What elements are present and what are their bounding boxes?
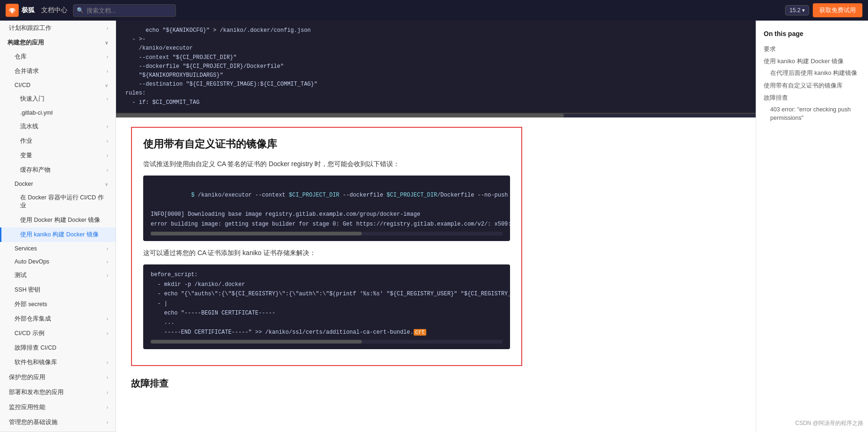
sidebar-item-label: 故障排查 CI/CD bbox=[15, 344, 57, 352]
sidebar-item-label: 仓库 bbox=[15, 53, 27, 61]
search-icon: 🔍 bbox=[77, 7, 84, 14]
toc-item-proxy[interactable]: 在代理后面使用 kaniko 构建镜像 bbox=[764, 67, 861, 80]
sidebar-item-label: 部署和发布您的应用 bbox=[9, 388, 64, 396]
sidebar-item-label: 保护您的应用 bbox=[9, 373, 45, 381]
top-scrollbar[interactable] bbox=[116, 114, 756, 117]
sidebar-item-cache[interactable]: 缓存和产物 › bbox=[0, 163, 116, 177]
terminal-2-scrollbar-thumb bbox=[151, 340, 362, 344]
terminal-line: error building image: getting stage buil… bbox=[151, 220, 503, 229]
sidebar-item-pipeline[interactable]: 流水线 › bbox=[0, 119, 116, 134]
free-trial-button[interactable]: 获取免费试用 bbox=[813, 3, 862, 17]
version-selector[interactable]: 15.2 ▾ bbox=[785, 5, 809, 15]
chevron-down-icon: ∨ bbox=[105, 83, 108, 88]
sidebar-item-label: .gitlab-ci.yml bbox=[20, 110, 52, 116]
sidebar-item-external-secrets[interactable]: 外部 secrets bbox=[0, 297, 116, 312]
terminal-2-scrollbar[interactable] bbox=[151, 340, 503, 344]
chevron-right-icon: › bbox=[107, 331, 108, 336]
sidebar-item-docker[interactable]: Docker ∨ bbox=[0, 177, 116, 190]
sidebar-item-label: 使用 kaniko 构建 Docker 镜像 bbox=[20, 231, 99, 239]
code-line: rules: bbox=[125, 89, 746, 98]
chevron-right-icon: › bbox=[107, 259, 108, 264]
chevron-right-icon: › bbox=[107, 273, 108, 278]
toc-item-403-error[interactable]: 403 error: "error checking push permissi… bbox=[764, 104, 861, 124]
search-input[interactable] bbox=[73, 4, 176, 17]
sidebar-item-protect[interactable]: 保护您的应用 › bbox=[0, 370, 116, 385]
chevron-right-icon: › bbox=[107, 26, 108, 31]
sidebar-item-kaniko[interactable]: 使用 kaniko 构建 Docker 镜像 bbox=[0, 227, 116, 242]
custom-cert-section: 使用带有自定义证书的镜像库 尝试推送到使用由自定义 CA 签名的证书的 Dock… bbox=[131, 127, 522, 366]
sidebar-item-label: 变量 bbox=[20, 152, 32, 160]
terminal-line: $ /kaniko/executor --context $CI_PROJECT… bbox=[151, 181, 503, 210]
toc-item-requirements[interactable]: 要求 bbox=[764, 43, 861, 55]
sidebar-item-plan[interactable]: 计划和跟踪工作 › bbox=[0, 21, 116, 36]
code-line: echo "${KANIKOCFG}" > /kaniko/.docker/co… bbox=[125, 26, 746, 35]
toc-item-troubleshoot[interactable]: 故障排查 bbox=[764, 92, 861, 104]
top-code-block: echo "${KANIKOCFG}" > /kaniko/.docker/co… bbox=[116, 21, 756, 114]
navbar: 极狐 文档中心 🔍 15.2 ▾ 获取免费试用 bbox=[0, 0, 868, 21]
sidebar-item-cicd[interactable]: CI/CD ∨ bbox=[0, 79, 116, 92]
sidebar-item-label: 外部 secrets bbox=[15, 300, 47, 308]
sidebar-item-mr[interactable]: 合并请求 › bbox=[0, 64, 116, 79]
code-line: - >- bbox=[125, 35, 746, 44]
terminal-block-2: before_script: - mkdir -p /kaniko/.docke… bbox=[143, 264, 510, 349]
terminal-line: before_script: bbox=[151, 270, 503, 279]
top-scrollbar-thumb bbox=[116, 114, 564, 117]
toc-item-custom-cert[interactable]: 使用带有自定义证书的镜像库 bbox=[764, 80, 861, 92]
chevron-right-icon: › bbox=[107, 124, 108, 129]
main-layout: 计划和跟踪工作 › 构建您的应用 ∨ 仓库 › 合并请求 › CI/CD ∨ 快… bbox=[0, 21, 868, 432]
code-line: --context "${CI_PROJECT_DIR}" bbox=[125, 53, 746, 62]
sidebar-item-ssh[interactable]: SSH 密钥 bbox=[0, 283, 116, 297]
sidebar-item-infra[interactable]: 管理您的基础设施 › bbox=[0, 415, 116, 430]
sidebar-item-monitor[interactable]: 监控应用性能 › bbox=[0, 400, 116, 415]
sidebar-item-services[interactable]: Services › bbox=[0, 242, 116, 255]
sidebar-item-label: 测试 bbox=[15, 271, 27, 279]
sidebar-item-label: 计划和跟踪工作 bbox=[9, 24, 51, 32]
code-line: - if: $CI_COMMIT_TAG bbox=[125, 98, 746, 107]
chevron-down-icon: ∨ bbox=[105, 182, 108, 187]
doc-center-label: 文档中心 bbox=[41, 6, 67, 15]
sidebar-item-external-repo[interactable]: 外部仓库集成 › bbox=[0, 312, 116, 326]
sidebar-item-quickstart[interactable]: 快速入门 › bbox=[0, 92, 116, 106]
terminal-line: ... bbox=[151, 318, 503, 327]
sidebar-item-trouble-cicd[interactable]: 故障排查 CI/CD bbox=[0, 341, 116, 355]
sidebar-item-job[interactable]: 作业 › bbox=[0, 134, 116, 148]
toc-item-kaniko-build[interactable]: 使用 kaniko 构建 Docker 镜像 bbox=[764, 55, 861, 67]
sidebar-item-label: 使用 Docker 构建 Docker 镜像 bbox=[20, 216, 100, 224]
sidebar-item-label: 软件包和镜像库 bbox=[15, 359, 57, 366]
brand-label: 极狐 bbox=[22, 6, 35, 15]
sidebar-item-test[interactable]: 测试 › bbox=[0, 268, 116, 283]
sidebar-item-pkg-registry[interactable]: 软件包和镜像库 › bbox=[0, 355, 116, 370]
chevron-right-icon: › bbox=[107, 360, 108, 365]
right-sidebar: On this page 要求 使用 kaniko 构建 Docker 镜像 在… bbox=[756, 21, 868, 432]
sidebar-item-variables[interactable]: 变量 › bbox=[0, 148, 116, 163]
chevron-right-icon: › bbox=[107, 153, 108, 158]
sidebar-item-docker-run[interactable]: 在 Docker 容器中运行 CI/CD 作业 bbox=[0, 190, 116, 213]
sidebar-item-cicd-examples[interactable]: CI/CD 示例 › bbox=[0, 326, 116, 341]
sidebar-item-label: CI/CD bbox=[15, 82, 30, 88]
sidebar-item-label: 作业 bbox=[20, 137, 32, 145]
chevron-down-icon: ∨ bbox=[105, 40, 108, 45]
sidebar-item-label: 外部仓库集成 bbox=[15, 315, 51, 323]
sidebar-item-gitlab-ci[interactable]: .gitlab-ci.yml bbox=[0, 106, 116, 119]
sidebar-item-build[interactable]: 构建您的应用 ∨ bbox=[0, 36, 116, 50]
content-area: echo "${KANIKOCFG}" > /kaniko/.docker/co… bbox=[116, 21, 756, 432]
sidebar-item-label: Docker bbox=[15, 181, 33, 187]
chevron-right-icon: › bbox=[107, 168, 108, 173]
terminal-line: - | bbox=[151, 299, 503, 308]
sidebar-item-docker-build[interactable]: 使用 Docker 构建 Docker 镜像 bbox=[0, 213, 116, 227]
sidebar-item-repo[interactable]: 仓库 › bbox=[0, 50, 116, 64]
sidebar-item-autodevops[interactable]: Auto DevOps › bbox=[0, 255, 116, 268]
terminal-line: - echo "{\"auths\":{\"${CI_REGISTRY}\":{… bbox=[151, 289, 503, 299]
section-intro-text: 尝试推送到使用由自定义 CA 签名的证书的 Docker registry 时，… bbox=[143, 159, 510, 169]
chevron-right-icon: › bbox=[107, 390, 108, 395]
terminal-1-scrollbar[interactable] bbox=[151, 232, 503, 235]
chevron-right-icon: › bbox=[107, 316, 108, 322]
csdn-watermark: CSDN @阿汤哥的程序之路 bbox=[795, 419, 863, 427]
terminal-1-scrollbar-thumb bbox=[151, 232, 362, 235]
sidebar-item-deploy[interactable]: 部署和发布您的应用 › bbox=[0, 385, 116, 400]
code-line: "${KANIKOPROXYBUILDARGS}" bbox=[125, 71, 746, 80]
sidebar-item-label: 合并请求 bbox=[15, 67, 39, 75]
sidebar-item-label: 在 Docker 容器中运行 CI/CD 作业 bbox=[20, 194, 108, 210]
sidebar-item-label: 管理您的基础设施 bbox=[9, 418, 58, 426]
troubleshooting-title: 故障排查 bbox=[131, 377, 522, 390]
